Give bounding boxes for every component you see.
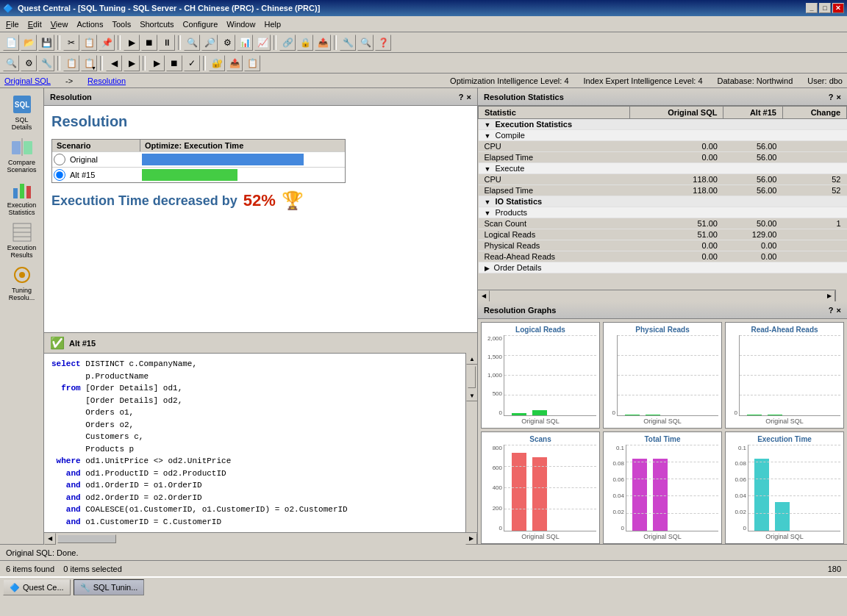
scenario-col1-header: Scenario — [52, 140, 140, 151]
tb2-btn6[interactable]: ◀ — [106, 55, 122, 71]
maximize-button[interactable]: □ — [819, 3, 831, 13]
tb2-btn11[interactable]: 🔐 — [209, 55, 225, 71]
graphs-header: Resolution Graphs ? × — [478, 301, 847, 319]
tb-btn8[interactable]: ⚙ — [219, 35, 235, 51]
original-sql-label[interactable]: Original SQL — [4, 76, 51, 85]
close-button[interactable]: ✕ — [832, 3, 844, 13]
read-ahead-label: Original SQL — [765, 418, 804, 425]
stat-val — [629, 119, 723, 130]
menu-configure[interactable]: Configure — [179, 18, 223, 30]
stat-val — [629, 262, 723, 273]
stats-close-btn[interactable]: × — [837, 93, 841, 101]
stats-h-scroll-left[interactable]: ◀ — [478, 290, 490, 302]
tb-btn14[interactable]: 🔧 — [340, 35, 356, 51]
minimize-button[interactable]: _ — [806, 3, 818, 13]
tb-btn16[interactable]: ❓ — [375, 35, 391, 51]
menu-bar: File Edit View Actions Tools Shortcuts C… — [0, 16, 847, 32]
tb2-btn4[interactable]: 📋 — [63, 55, 79, 71]
sidebar-item-sql-details[interactable]: SQL SQLDetails — [1, 91, 43, 132]
tb2-btn3[interactable]: 🔧 — [38, 55, 54, 71]
tb-btn6[interactable]: 🔍 — [184, 35, 200, 51]
resolution-link[interactable]: Resolution — [87, 76, 126, 85]
tb2-btn12[interactable]: 📤 — [226, 55, 243, 71]
menu-shortcuts[interactable]: Shortcuts — [135, 18, 178, 30]
svg-rect-5 — [13, 188, 18, 198]
sidebar-item-exec-stats[interactable]: ExecutionStatistics — [1, 176, 43, 218]
tb-open[interactable]: 📂 — [21, 35, 37, 51]
stats-title: Resolution Statistics — [484, 93, 564, 101]
tb2-btn2[interactable]: ⚙ — [21, 55, 37, 71]
h-scroll-thumb[interactable] — [57, 534, 116, 543]
tb-new[interactable]: 📄 — [3, 35, 19, 51]
tb-btn12[interactable]: 🔒 — [297, 35, 313, 51]
tb-btn15[interactable]: 🔍 — [357, 35, 374, 51]
sql-scrollbar[interactable]: ▲ ▼ — [465, 353, 477, 532]
stat-val: 129.00 — [723, 229, 783, 240]
exec-percent: 52% — [243, 191, 276, 210]
stats-h-scroll-right[interactable]: ▶ — [823, 290, 835, 302]
tb-btn10[interactable]: 📈 — [254, 35, 271, 51]
tb-btn3[interactable]: ▶ — [124, 35, 140, 51]
stats-help-btn[interactable]: ? — [829, 93, 834, 101]
tb2-btn1[interactable]: 🔍 — [3, 55, 19, 71]
graph-execution-time: Execution Time 0.10.080.060.040.020 — [725, 431, 844, 545]
h-scroll-left[interactable]: ◀ — [44, 533, 56, 545]
tb-btn7[interactable]: 🔎 — [201, 35, 218, 51]
tb-btn11[interactable]: 🔗 — [279, 35, 296, 51]
tb2-btn5[interactable]: 📋▼ — [81, 55, 97, 71]
tb-btn4[interactable]: ⏹ — [141, 35, 157, 51]
menu-actions[interactable]: Actions — [72, 18, 107, 30]
tb2-btn7[interactable]: ▶ — [124, 55, 140, 71]
toolbar-1: 📄 📂 💾 ✂ 📋 📌 ▶ ⏹ ⏸ 🔍 🔎 ⚙ 📊 📈 🔗 🔒 📤 🔧 🔍 ❓ — [0, 32, 847, 53]
tb-cut[interactable]: ✂ — [63, 35, 79, 51]
sql-h-scrollbar[interactable]: ◀ ▶ — [44, 532, 477, 544]
execution-time-label: Original SQL — [765, 533, 804, 540]
stat-val: 50.00 — [723, 218, 783, 229]
sidebar-item-exec-results[interactable]: ExecutionResults — [1, 219, 43, 260]
tb2-btn8[interactable]: ▶ — [149, 55, 165, 71]
h-scroll-right[interactable]: ▶ — [465, 533, 477, 545]
menu-window[interactable]: Window — [222, 18, 260, 30]
h-scroll-track — [56, 533, 465, 545]
tb-copy[interactable]: 📋 — [81, 35, 97, 51]
stat-val: 118.00 — [629, 185, 723, 196]
tb-save[interactable]: 💾 — [38, 35, 54, 51]
scroll-up-arrow[interactable]: ▲ — [466, 353, 477, 365]
sidebar-label-exec-stats: ExecutionStatistics — [7, 201, 37, 216]
menu-view[interactable]: View — [46, 18, 73, 30]
stats-scroll[interactable]: Statistic Original SQL Alt #15 Change ▼ … — [478, 106, 847, 290]
stats-h-track — [490, 290, 823, 302]
tb-paste[interactable]: 📌 — [99, 35, 115, 51]
scenario-radio-original[interactable] — [54, 154, 65, 165]
taskbar-quest-central[interactable]: 🔷 Quest Ce... — [3, 579, 71, 595]
tb2-btn9[interactable]: ⏹ — [166, 55, 182, 71]
scenario-table: Scenario Optimize: Execution Time Origin… — [51, 139, 346, 183]
menu-edit[interactable]: Edit — [24, 18, 46, 30]
left-panel-help-btn[interactable]: ? — [459, 93, 464, 101]
menu-file[interactable]: File — [1, 18, 24, 30]
table-row: CPU 118.00 56.00 52 — [479, 174, 847, 185]
tb-btn9[interactable]: 📊 — [237, 35, 253, 51]
taskbar-sql-tuning[interactable]: 🔧 SQL Tunin... — [74, 579, 145, 595]
scroll-thumb[interactable] — [468, 366, 476, 388]
tb2-btn13[interactable]: 📋 — [244, 55, 260, 71]
total-time-title: Total Time — [644, 435, 680, 443]
tb2-btn10[interactable]: ✓ — [184, 55, 200, 71]
stat-val — [782, 119, 846, 130]
logical-reads-label: Original SQL — [521, 418, 560, 425]
scroll-down-arrow[interactable]: ▼ — [466, 390, 477, 401]
scenario-radio-alt[interactable] — [54, 169, 65, 181]
bar-exectime-orig — [754, 459, 769, 531]
sidebar-item-compare[interactable]: CompareScenarios — [1, 134, 43, 175]
graphs-help-btn[interactable]: ? — [829, 306, 834, 315]
menu-tools[interactable]: Tools — [107, 18, 135, 30]
graphs-close-btn[interactable]: × — [837, 306, 841, 315]
title-bar-buttons[interactable]: _ □ ✕ — [806, 3, 844, 13]
stats-h-scrollbar[interactable]: ◀ ▶ — [478, 290, 835, 301]
menu-help[interactable]: Help — [260, 18, 285, 30]
scenario-name-original: Original — [67, 154, 140, 165]
sidebar-item-tuning[interactable]: TuningResolu... — [1, 262, 43, 303]
left-panel-close-btn[interactable]: × — [467, 93, 471, 101]
tb-btn5[interactable]: ⏸ — [159, 35, 175, 51]
tb-btn13[interactable]: 📤 — [315, 35, 331, 51]
